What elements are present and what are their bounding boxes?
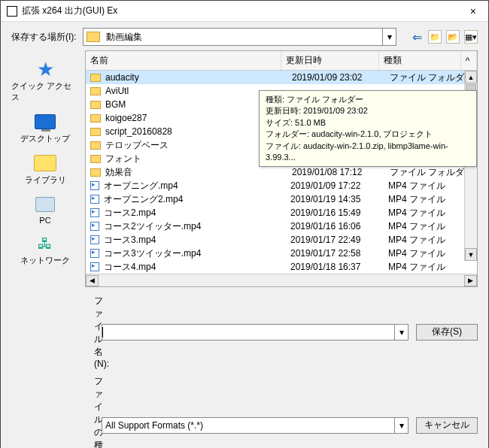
horizontal-scrollbar[interactable]: ◀ ▶ <box>86 274 477 286</box>
file-name: コース4.mp4 <box>104 261 290 274</box>
file-name: コース2.mp4 <box>104 207 290 219</box>
file-date: 2019/01/19 14:35 <box>290 194 388 204</box>
sidebar-quick-access[interactable]: ★クイック アクセス <box>11 56 79 106</box>
folder-icon <box>34 155 56 171</box>
file-type: MP4 ファイル <box>388 193 472 206</box>
filename-label: ファイル名(N): <box>11 295 94 369</box>
folder-icon <box>90 155 101 163</box>
nav-icons: ⇐ 📁 📂 ▦▾ <box>402 30 478 44</box>
places-sidebar: ★クイック アクセス デスクトップ ライブラリ PC 🖧ネットワーク <box>11 50 79 287</box>
video-file-icon <box>90 222 99 231</box>
network-icon: 🖧 <box>33 234 57 253</box>
file-type: MP4 ファイル <box>388 180 472 192</box>
file-type: MP4 ファイル <box>388 220 472 233</box>
file-row[interactable]: 効果音2019/01/08 17:12ファイル フォルダー <box>86 165 477 179</box>
file-type: ファイル フォルダー <box>390 166 472 179</box>
view-button[interactable]: ▦▾ <box>464 30 478 44</box>
sidebar-libraries[interactable]: ライブラリ <box>11 150 79 189</box>
file-date: 2019/01/08 17:12 <box>292 167 390 177</box>
body-area: ★クイック アクセス デスクトップ ライブラリ PC 🖧ネットワーク 名前 更新… <box>1 50 488 287</box>
window-title: 拡張 x264 出力(GUI) Ex <box>22 5 464 17</box>
file-name: 効果音 <box>105 166 292 179</box>
file-type: MP4 ファイル <box>388 207 472 219</box>
file-row[interactable]: コース4.mp42019/01/18 16:37MP4 ファイル <box>86 260 477 274</box>
file-type: MP4 ファイル <box>388 234 472 247</box>
file-name: コース3.mp4 <box>104 234 290 247</box>
filetype-label: ファイルの種類(T): <box>11 375 94 448</box>
file-list[interactable]: 種類: ファイル フォルダー 更新日時: 2019/01/09 23:02 サイ… <box>86 71 477 274</box>
col-date[interactable]: 更新日時 <box>281 51 379 70</box>
sidebar-desktop[interactable]: デスクトップ <box>11 109 79 147</box>
file-pane: 名前 更新日時 種類 ^ 種類: ファイル フォルダー 更新日時: 2019/0… <box>85 50 478 287</box>
video-file-icon <box>90 235 99 244</box>
app-icon <box>7 6 17 17</box>
monitor-icon <box>35 114 56 129</box>
file-name: オープニング2.mp4 <box>104 193 290 206</box>
folder-icon <box>87 32 100 42</box>
scroll-left-button[interactable]: ◀ <box>86 275 99 286</box>
pc-icon <box>35 197 55 212</box>
cancel-button[interactable]: キャンセル <box>416 417 478 434</box>
file-type: ファイル フォルダー <box>390 71 472 84</box>
save-in-combo[interactable]: 動画編集 ▾ <box>83 28 396 46</box>
folder-icon <box>90 168 101 177</box>
folder-icon <box>90 101 101 109</box>
file-date: 2019/01/17 22:58 <box>290 248 388 259</box>
dialog-window: 拡張 x264 出力(GUI) Ex × 保存する場所(I): 動画編集 ▾ ⇐… <box>0 0 489 448</box>
file-date: 2019/01/16 15:49 <box>290 207 388 218</box>
file-date: 2019/01/09 23:02 <box>292 72 390 83</box>
titlebar: 拡張 x264 出力(GUI) Ex × <box>1 1 488 22</box>
up-button[interactable]: 📁 <box>428 30 442 44</box>
save-button[interactable]: 保存(S) <box>416 324 478 341</box>
folder-icon <box>90 114 101 123</box>
filetype-combo[interactable]: All Support Formats (*.*)▾ <box>102 417 409 434</box>
file-row[interactable]: コース2.mp42019/01/16 15:49MP4 ファイル <box>86 206 477 219</box>
file-name: コース3ツイッター.mp4 <box>104 247 290 260</box>
chevron-down-icon[interactable]: ▾ <box>382 29 396 45</box>
filename-input[interactable]: ▾ <box>102 324 409 341</box>
file-name: オープニング.mp4 <box>104 180 290 192</box>
chevron-down-icon[interactable]: ▾ <box>394 418 408 433</box>
folder-icon <box>90 87 101 95</box>
scroll-down-button[interactable]: ▼ <box>465 248 477 261</box>
column-headers: 名前 更新日時 種類 ^ <box>86 51 477 71</box>
file-type: MP4 ファイル <box>388 247 472 260</box>
save-in-value: 動画編集 <box>103 31 382 44</box>
new-folder-button[interactable]: 📂 <box>446 30 460 44</box>
col-name[interactable]: 名前 <box>86 51 281 70</box>
file-row[interactable]: オープニング.mp42019/01/09 17:22MP4 ファイル <box>86 179 477 192</box>
scroll-right-button[interactable]: ▶ <box>464 275 477 286</box>
scroll-up-button[interactable]: ▲ <box>465 71 477 83</box>
file-name: コース2ツイッター.mp4 <box>104 220 290 233</box>
file-row[interactable]: コース2ツイッター.mp42019/01/16 16:06MP4 ファイル <box>86 219 477 233</box>
file-row[interactable]: コース3ツイッター.mp42019/01/17 22:58MP4 ファイル <box>86 247 477 260</box>
video-file-icon <box>90 195 99 204</box>
folder-icon <box>90 141 101 150</box>
file-date: 2019/01/16 16:06 <box>290 221 388 232</box>
file-row[interactable]: オープニング2.mp42019/01/19 14:35MP4 ファイル <box>86 192 477 206</box>
form-area: ファイル名(N): ▾ 保存(S) ファイルの種類(T): All Suppor… <box>1 287 488 448</box>
video-file-icon <box>90 262 99 271</box>
save-in-label: 保存する場所(I): <box>11 31 77 44</box>
video-file-icon <box>90 249 99 258</box>
back-button[interactable]: ⇐ <box>410 30 424 44</box>
folder-icon <box>90 74 101 82</box>
chevron-down-icon[interactable]: ▾ <box>394 325 408 340</box>
sidebar-network[interactable]: 🖧ネットワーク <box>11 231 79 269</box>
video-file-icon <box>90 181 99 190</box>
folder-icon <box>90 128 101 136</box>
star-icon: ★ <box>33 59 57 79</box>
sidebar-pc[interactable]: PC <box>11 192 79 228</box>
file-row[interactable]: audacity2019/01/09 23:02ファイル フォルダー <box>86 71 477 84</box>
file-date: 2019/01/18 16:37 <box>290 262 388 272</box>
save-in-row: 保存する場所(I): 動画編集 ▾ ⇐ 📁 📂 ▦▾ <box>1 22 488 50</box>
file-date: 2019/01/17 22:49 <box>290 235 388 245</box>
file-type: MP4 ファイル <box>388 261 472 274</box>
sort-indicator[interactable]: ^ <box>460 51 474 70</box>
file-row[interactable]: コース3.mp42019/01/17 22:49MP4 ファイル <box>86 233 477 247</box>
file-name: audacity <box>105 72 292 83</box>
close-button[interactable]: × <box>464 5 482 17</box>
video-file-icon <box>90 208 99 217</box>
tooltip: 種類: ファイル フォルダー 更新日時: 2019/01/09 23:02 サイ… <box>259 90 477 167</box>
file-date: 2019/01/09 17:22 <box>290 180 388 191</box>
